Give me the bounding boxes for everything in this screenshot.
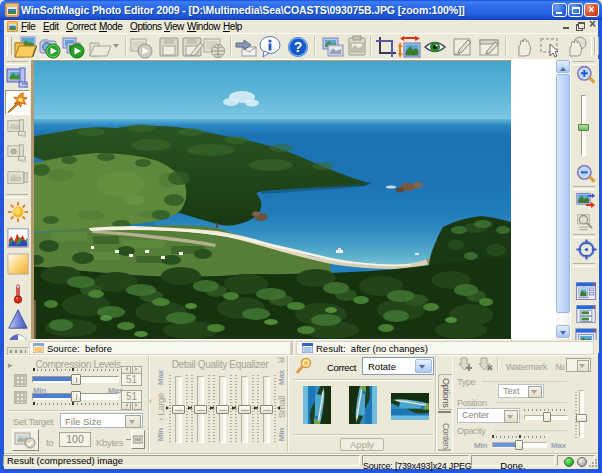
svg-text:?: ? <box>294 39 303 55</box>
